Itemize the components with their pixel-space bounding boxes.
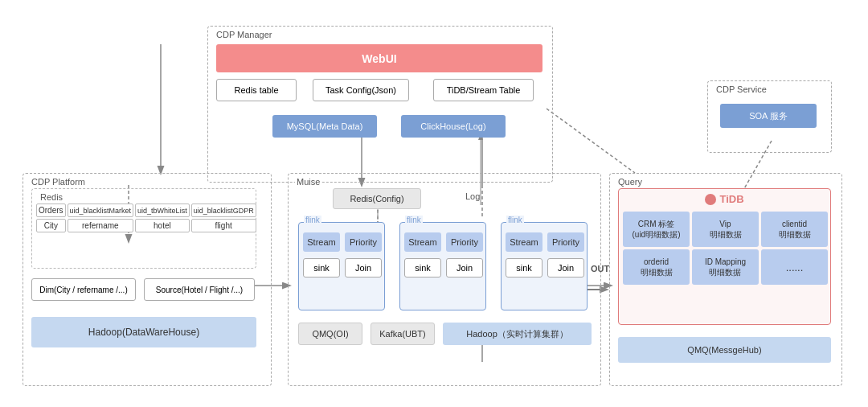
muise-label: Muise <box>295 177 321 187</box>
tidb-cell-vip: Vip 明细数据 <box>692 212 759 247</box>
tidb-cell-clientid: clientid 明细数据 <box>761 212 828 247</box>
grid-cell-refername: refername <box>68 219 134 232</box>
stream-box-1: Stream <box>303 232 340 252</box>
sink-box-2: sink <box>404 258 441 278</box>
svg-line-8 <box>547 109 635 173</box>
join-box-2: Join <box>446 258 483 278</box>
log-label: Log <box>465 191 480 201</box>
task-config-box: Task Config(Json) <box>313 79 409 101</box>
cdp-manager-box: CDP Manager WebUI Redis table Task Confi… <box>207 26 553 183</box>
flink-group-2: flink Stream Priority sink Join <box>399 222 486 310</box>
priority-box-2: Priority <box>446 232 483 252</box>
priority-box-3: Priority <box>547 232 584 252</box>
grid-cell-hotel: hotel <box>135 219 190 232</box>
diagram-container: CDP Manager WebUI Redis table Task Confi… <box>0 0 868 407</box>
stream-box-3: Stream <box>506 232 542 252</box>
tidb-cell-idmapping: ID Mapping 明细数据 <box>692 249 759 285</box>
dim-box: Dim(City / refername /...) <box>31 278 136 301</box>
hadoop-dw-box: Hadoop(DataWareHouse) <box>31 317 256 347</box>
out-label: OUT <box>591 264 609 273</box>
stream-box-2: Stream <box>404 232 441 252</box>
sink-box-3: sink <box>506 258 542 278</box>
kafka-box: Kafka(UBT) <box>371 323 435 345</box>
grid-cell-flight: flight <box>191 219 256 232</box>
source-box: Source(Hotel / Flight /...) <box>144 278 255 301</box>
tidb-cell-crm: CRM 标签 (uid明细数据) <box>623 212 690 247</box>
cdp-platform-label: CDP Platform <box>30 177 87 187</box>
flink-label-3: flink <box>506 216 524 224</box>
muise-box: Muise Redis(Config) Log flink Stream Pri… <box>288 173 601 386</box>
cdp-platform-box: CDP Platform Redis Orders uid_blacklistM… <box>23 173 272 386</box>
redis-grid: Orders uid_blacklistMarket uid_tbWhiteLi… <box>36 204 252 232</box>
mysql-box: MySQL(Meta Data) <box>272 115 377 138</box>
soa-box: SOA 服务 <box>720 104 817 128</box>
redis-label: Redis <box>39 192 64 202</box>
cdp-service-label: CDP Service <box>714 84 768 94</box>
cdp-service-box: CDP Service SOA 服务 <box>707 80 832 153</box>
grid-cell-uid-tb: uid_tbWhiteList <box>135 204 190 217</box>
query-label: Query <box>616 177 644 187</box>
qmq-oi-box: QMQ(OI) <box>298 323 362 345</box>
grid-cell-orders: Orders <box>36 204 66 217</box>
flink-label-2: flink <box>405 216 423 224</box>
qmq-messhub-box: QMQ(MessgeHub) <box>618 337 831 363</box>
tidb-stream-box: TiDB/Stream Table <box>433 79 534 101</box>
join-box-1: Join <box>345 258 382 278</box>
hadoop-realtime-box: Hadoop（实时计算集群） <box>443 323 592 345</box>
flink-group-1: flink Stream Priority sink Join <box>298 222 385 310</box>
grid-cell-uid-blacklist: uid_blacklistMarket <box>68 204 134 217</box>
sink-box-1: sink <box>303 258 340 278</box>
flink-label-1: flink <box>304 216 321 224</box>
join-box-3: Join <box>547 258 584 278</box>
grid-cell-uid-gdpr: uid_blacklistGDPR <box>191 204 256 217</box>
clickhouse-box: ClickHouse(Log) <box>401 115 506 138</box>
tidb-logo-row: TiDB <box>619 193 830 205</box>
tidb-cell-orderid: orderid 明细数据 <box>623 249 690 285</box>
flink-group-3: flink Stream Priority sink Join <box>501 222 588 310</box>
webui-box: WebUI <box>216 44 542 72</box>
tidb-logo-text: TiDB <box>719 193 743 205</box>
redis-inner-box: Redis Orders uid_blacklistMarket uid_tbW… <box>31 188 256 269</box>
redis-config-box: Redis(Config) <box>333 188 421 209</box>
query-box: Query TiDB CRM 标签 (uid明细数据) Vip 明细数据 cli… <box>609 173 842 386</box>
tidb-group: TiDB CRM 标签 (uid明细数据) Vip 明细数据 clientid … <box>618 188 831 325</box>
redis-table-box: Redis table <box>216 79 297 101</box>
cdp-manager-label: CDP Manager <box>215 30 274 39</box>
priority-box-1: Priority <box>345 232 382 252</box>
grid-cell-city: City <box>36 219 66 232</box>
tidb-cells: CRM 标签 (uid明细数据) Vip 明细数据 clientid 明细数据 … <box>623 212 828 285</box>
tidb-cell-dots: ...... <box>761 249 828 285</box>
